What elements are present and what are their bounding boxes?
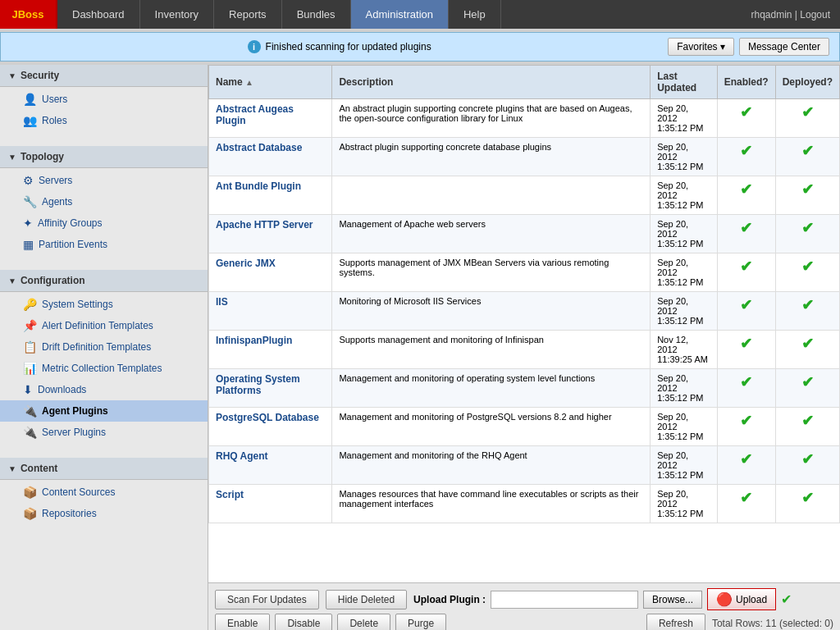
cell-name: RHQ Agent [209, 446, 332, 485]
delete-button[interactable]: Delete [337, 614, 390, 630]
nav-administration[interactable]: Administration [351, 0, 449, 29]
deployed-check-icon: ✔ [801, 413, 814, 429]
deployed-check-icon: ✔ [801, 181, 814, 198]
disable-button[interactable]: Disable [275, 614, 332, 630]
bottom-right-controls: Refresh Total Rows: 11 (selected: 0) [646, 614, 833, 630]
col-header-name[interactable]: Name ▲ [209, 66, 332, 99]
main-layout: ▼ Security 👤 Users 👥 Roles ▼ Topology ⚙ … [0, 65, 840, 630]
nav-items: Dashboard Inventory Reports Bundles Admi… [57, 0, 741, 29]
upload-plugin-input[interactable] [491, 591, 638, 609]
nav-dashboard[interactable]: Dashboard [57, 0, 140, 29]
purge-button[interactable]: Purge [395, 614, 446, 630]
cell-enabled: ✔ [717, 369, 775, 408]
affinity-groups-label: Affinity Groups [38, 217, 102, 229]
sidebar-item-roles[interactable]: 👥 Roles [0, 110, 208, 131]
message-center-button[interactable]: Message Center [739, 38, 829, 56]
sidebar-item-alert-definition-templates[interactable]: 📌 Alert Definition Templates [0, 315, 208, 336]
metric-coll-icon: 📊 [23, 362, 37, 375]
sidebar-item-repositories[interactable]: 📦 Repositories [0, 503, 208, 524]
upload-icon: 🔴 [716, 591, 733, 607]
enabled-check-icon: ✔ [740, 181, 752, 198]
cell-description: Supports management and monitoring of In… [332, 331, 651, 369]
table-row[interactable]: PostgreSQL Database Management and monit… [209, 408, 840, 446]
sidebar-item-users[interactable]: 👤 Users [0, 89, 208, 110]
upload-section: Upload Plugin : Browse... 🔴 Upload ✔ [413, 588, 792, 610]
sidebar-item-system-settings[interactable]: 🔑 System Settings [0, 294, 208, 315]
enabled-check-icon: ✔ [740, 104, 752, 121]
sidebar-item-agents[interactable]: 🔧 Agents [0, 191, 208, 212]
topology-label: Topology [21, 151, 64, 162]
cell-description: Management and monitoring of operating s… [332, 369, 651, 408]
browse-button[interactable]: Browse... [643, 591, 702, 609]
nav-help[interactable]: Help [449, 0, 501, 29]
agent-plugins-icon: 🔌 [23, 404, 37, 418]
agents-icon: 🔧 [23, 195, 37, 208]
security-arrow-icon: ▼ [8, 71, 16, 80]
sidebar-section-security[interactable]: ▼ Security [0, 65, 208, 87]
nav-reports[interactable]: Reports [214, 0, 282, 29]
system-settings-label: System Settings [42, 299, 113, 310]
sidebar-section-topology[interactable]: ▼ Topology [0, 146, 208, 168]
cell-last-updated: Sep 20, 2012 1:35:12 PM [651, 292, 717, 331]
sidebar-item-content-sources[interactable]: 📦 Content Sources [0, 482, 208, 503]
table-row[interactable]: Abstract Augeas Plugin An abstract plugi… [209, 99, 840, 138]
cell-description [332, 176, 651, 215]
table-row[interactable]: IIS Monitoring of Microsoft IIS Services… [209, 292, 840, 331]
configuration-arrow-icon: ▼ [8, 276, 16, 285]
content-sources-icon: 📦 [23, 486, 37, 499]
table-row[interactable]: Ant Bundle Plugin Sep 20, 2012 1:35:12 P… [209, 176, 840, 215]
sidebar-item-servers[interactable]: ⚙ Servers [0, 170, 208, 191]
nav-inventory[interactable]: Inventory [140, 0, 214, 29]
sidebar-item-partition-events[interactable]: ▦ Partition Events [0, 234, 208, 255]
info-icon: i [248, 40, 261, 53]
refresh-button[interactable]: Refresh [646, 614, 705, 630]
scan-for-updates-button[interactable]: Scan For Updates [215, 590, 319, 609]
downloads-label: Downloads [38, 384, 86, 395]
cell-name: Abstract Database [209, 138, 332, 176]
table-row[interactable]: Script Manages resources that have comma… [209, 485, 840, 523]
cell-enabled: ✔ [717, 331, 775, 369]
server-plugins-label: Server Plugins [42, 427, 106, 438]
sidebar-item-server-plugins[interactable]: 🔌 Server Plugins [0, 422, 208, 443]
sidebar-item-affinity-groups[interactable]: ✦ Affinity Groups [0, 212, 208, 234]
upload-plugin-label: Upload Plugin : [413, 594, 486, 605]
cell-last-updated: Sep 20, 2012 1:35:12 PM [651, 369, 717, 408]
affinity-groups-icon: ✦ [23, 217, 33, 230]
enabled-check-icon: ✔ [740, 413, 752, 429]
bottom-action-buttons: Enable Disable Delete Purge [215, 614, 446, 630]
sidebar-item-agent-plugins[interactable]: 🔌 Agent Plugins [0, 400, 208, 422]
spacer3 [0, 445, 208, 458]
cell-enabled: ✔ [717, 138, 775, 176]
cell-last-updated: Nov 12, 2012 11:39:25 AM [651, 331, 717, 369]
enabled-check-icon: ✔ [740, 451, 752, 468]
table-row[interactable]: Abstract Database Abstract plugin suppor… [209, 138, 840, 176]
nav-bundles[interactable]: Bundles [282, 0, 351, 29]
upload-button[interactable]: 🔴 Upload [707, 588, 776, 610]
sidebar-item-drift-definition-templates[interactable]: 📋 Drift Definition Templates [0, 336, 208, 358]
drift-def-icon: 📋 [23, 340, 37, 354]
hide-deleted-button[interactable]: Hide Deleted [326, 590, 407, 609]
downloads-icon: ⬇ [23, 383, 33, 396]
server-plugins-icon: 🔌 [23, 426, 37, 439]
table-row[interactable]: RHQ Agent Management and monitoring of t… [209, 446, 840, 485]
content-sources-label: Content Sources [42, 486, 115, 498]
table-row[interactable]: InfinispanPlugin Supports management and… [209, 331, 840, 369]
cell-deployed: ✔ [775, 253, 839, 292]
sidebar-section-content[interactable]: ▼ Content [0, 458, 208, 480]
table-row[interactable]: Operating System Platforms Management an… [209, 369, 840, 408]
roles-label: Roles [42, 115, 67, 126]
enabled-check-icon: ✔ [740, 297, 752, 313]
sidebar-section-configuration[interactable]: ▼ Configuration [0, 270, 208, 292]
sidebar-item-metric-collection-templates[interactable]: 📊 Metric Collection Templates [0, 358, 208, 379]
cell-name: PostgreSQL Database [209, 408, 332, 446]
bottom-row1: Scan For Updates Hide Deleted Upload Plu… [215, 588, 833, 610]
system-settings-icon: 🔑 [23, 298, 37, 311]
table-row[interactable]: Apache HTTP Server Management of Apache … [209, 215, 840, 253]
cell-enabled: ✔ [717, 446, 775, 485]
deployed-check-icon: ✔ [801, 336, 814, 352]
table-row[interactable]: Generic JMX Supports management of JMX M… [209, 253, 840, 292]
favorites-button[interactable]: Favorites ▾ [668, 38, 734, 56]
table-body: Abstract Augeas Plugin An abstract plugi… [209, 99, 840, 523]
enable-button[interactable]: Enable [215, 614, 270, 630]
sidebar-item-downloads[interactable]: ⬇ Downloads [0, 379, 208, 400]
